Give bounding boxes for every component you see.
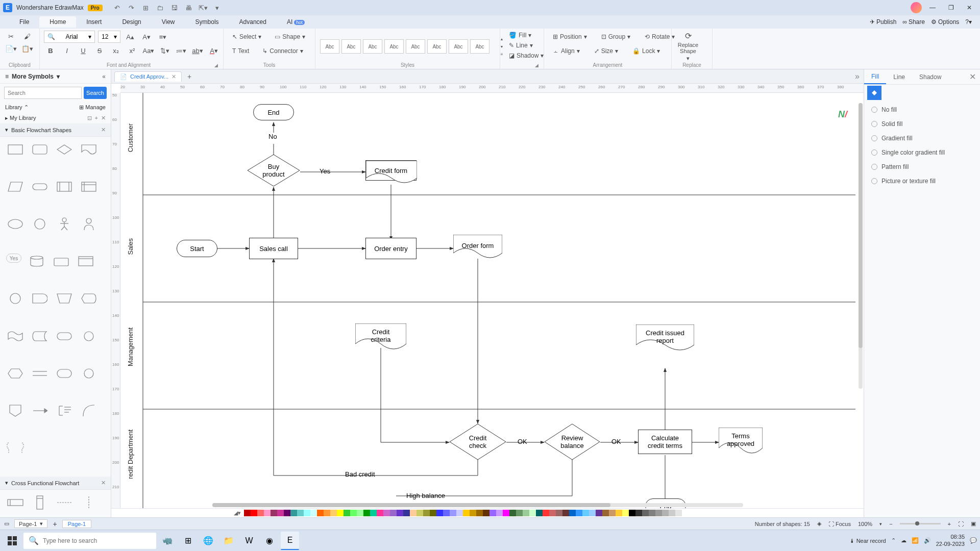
shape-end[interactable]: End <box>253 104 294 120</box>
edrawmax-taskbar-icon[interactable]: E <box>281 532 299 550</box>
menu-file[interactable]: File <box>9 16 39 28</box>
symbol-search-button[interactable]: Search <box>84 87 107 99</box>
color-swatch[interactable] <box>523 510 529 516</box>
format-tab-fill[interactable]: Fill <box>864 69 886 84</box>
style-swatch[interactable]: Abc <box>363 39 382 54</box>
color-swatch[interactable] <box>410 510 416 516</box>
color-swatch[interactable] <box>450 510 456 516</box>
color-swatch[interactable] <box>576 510 582 516</box>
page-layout-icon[interactable]: ▭ <box>4 520 9 527</box>
collapse-panel-button[interactable]: « <box>102 73 106 80</box>
bold-button[interactable]: B <box>44 45 57 56</box>
page-tab[interactable]: Page-1 <box>62 520 91 528</box>
font-family-combo[interactable]: 🔍 Arial ▾ <box>44 31 95 43</box>
color-swatch[interactable] <box>317 510 324 516</box>
shape-review-balance[interactable]: Review balance <box>544 423 600 460</box>
menu-home[interactable]: Home <box>39 16 76 28</box>
shape-capsule[interactable] <box>31 179 49 194</box>
fill-tool-icon[interactable] <box>867 86 881 100</box>
color-swatch[interactable] <box>642 510 649 516</box>
paste-button[interactable]: 📋▾ <box>20 43 34 54</box>
shape-circle[interactable] <box>31 216 49 232</box>
shape-brace[interactable] <box>6 440 24 456</box>
color-swatch[interactable] <box>529 510 536 516</box>
color-swatch[interactable] <box>536 510 543 516</box>
shape-swimlane-v[interactable] <box>31 495 49 510</box>
color-swatch[interactable] <box>443 510 450 516</box>
shape-separator-v[interactable] <box>80 495 98 510</box>
shape-internal-storage[interactable] <box>80 179 98 194</box>
format-tab-line[interactable]: Line <box>886 69 912 84</box>
superscript-button[interactable]: x² <box>126 45 139 56</box>
menu-design[interactable]: Design <box>112 16 151 28</box>
shape-credit-form[interactable]: Credit form <box>365 160 416 181</box>
color-swatch[interactable] <box>609 510 616 516</box>
italic-button[interactable]: I <box>60 45 74 56</box>
shape-parallel[interactable] <box>31 366 49 381</box>
fit-page-button[interactable]: ⛶ <box>958 521 964 527</box>
color-swatch[interactable] <box>635 510 642 516</box>
color-swatch[interactable] <box>456 510 463 516</box>
lib-close-icon[interactable]: ✕ <box>101 115 106 121</box>
text-align-button[interactable]: ≡▾ <box>156 31 169 42</box>
shape-document[interactable] <box>80 142 98 157</box>
qat-more-button[interactable]: ▾ <box>213 3 222 12</box>
style-swatch[interactable]: Abc <box>384 39 404 54</box>
tray-onedrive-icon[interactable]: ☁ <box>901 537 906 544</box>
undo-button[interactable]: ↶ <box>113 3 122 12</box>
section2-close-icon[interactable]: ✕ <box>101 480 106 486</box>
color-swatch[interactable] <box>622 510 629 516</box>
symbols-header[interactable]: ≡ More Symbols ▾« <box>0 69 111 84</box>
fill-opt-solid[interactable]: Solid fill <box>871 120 973 128</box>
shape-rectangle[interactable] <box>6 142 24 157</box>
zoom-in-button[interactable]: + <box>948 521 951 527</box>
export-button[interactable]: ⇱▾ <box>199 3 208 12</box>
lock-button[interactable]: 🔒 Lock▾ <box>628 45 665 57</box>
color-swatch[interactable] <box>363 510 370 516</box>
doc-tab-close-icon[interactable]: ✕ <box>172 73 176 80</box>
shape-annotation[interactable] <box>55 403 74 418</box>
taskbar-rhino-icon[interactable]: 🦏 <box>158 532 177 550</box>
align-button[interactable]: ⫠ Align▾ <box>548 45 584 57</box>
shape-user[interactable] <box>80 216 98 232</box>
font-size-combo[interactable]: 12 ▾ <box>98 31 120 43</box>
format-painter-button[interactable]: 🖌 <box>20 31 34 42</box>
color-swatch[interactable] <box>503 510 509 516</box>
color-swatch[interactable] <box>589 510 596 516</box>
shape-terminator[interactable] <box>55 329 74 344</box>
shape-separator-h[interactable] <box>55 495 74 510</box>
style-swatch[interactable]: Abc <box>341 39 361 54</box>
color-swatch[interactable] <box>264 510 271 516</box>
shape-frame[interactable] <box>77 254 95 269</box>
shape-circle2[interactable] <box>6 291 24 306</box>
publish-button[interactable]: ✈ Publish <box>870 18 896 26</box>
fill-opt-single-gradient[interactable]: Single color gradient fill <box>871 149 973 156</box>
color-swatch[interactable] <box>489 510 496 516</box>
color-swatch[interactable] <box>271 510 277 516</box>
shrink-font-button[interactable]: A▾ <box>140 31 153 42</box>
color-swatch[interactable] <box>310 510 317 516</box>
color-swatch[interactable] <box>662 510 669 516</box>
shape-buy-product[interactable]: Buy product <box>247 154 300 187</box>
document-tab[interactable]: 📄 Credit Approv... ✕ <box>114 71 182 82</box>
shape-start[interactable]: Start <box>177 240 217 257</box>
color-swatch[interactable] <box>430 510 436 516</box>
shape-circle3[interactable] <box>80 366 98 381</box>
line-spacing-button[interactable]: ⇅▾ <box>158 45 172 56</box>
new-button[interactable]: ⊞ <box>141 3 151 12</box>
color-swatch[interactable] <box>350 510 357 516</box>
color-swatch[interactable] <box>423 510 430 516</box>
shape-predefined[interactable] <box>55 179 74 194</box>
color-swatch[interactable] <box>290 510 297 516</box>
style-swatch[interactable]: Abc <box>427 39 447 54</box>
canvas-vscrollbar[interactable] <box>859 103 863 389</box>
shape-connector[interactable] <box>80 329 98 344</box>
section-close-icon[interactable]: ✕ <box>101 127 106 133</box>
color-swatch[interactable] <box>463 510 470 516</box>
style-dialog-launcher[interactable]: ◢ <box>534 63 540 68</box>
color-swatch[interactable] <box>337 510 344 516</box>
shape-ellipse[interactable] <box>6 216 24 232</box>
menu-symbols[interactable]: Symbols <box>185 16 229 28</box>
color-swatch[interactable] <box>509 510 516 516</box>
shape-manual-op[interactable] <box>55 291 74 306</box>
